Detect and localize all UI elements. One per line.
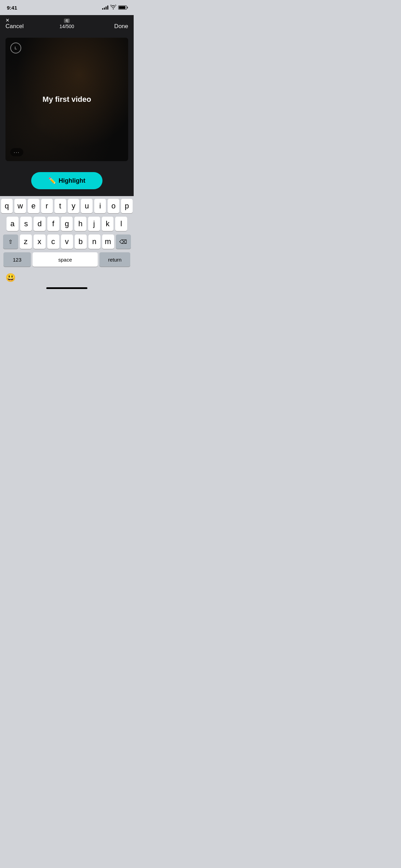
- key-z[interactable]: z: [20, 234, 32, 249]
- status-icons: [102, 5, 127, 10]
- count-badge: 4|: [64, 19, 70, 23]
- key-g[interactable]: g: [61, 217, 73, 231]
- key-c[interactable]: c: [47, 234, 59, 249]
- keyboard-row-2: a s d f g h j k l: [1, 217, 133, 231]
- key-m[interactable]: m: [102, 234, 114, 249]
- highlight-label: Highlight: [59, 177, 85, 184]
- wifi-icon: [110, 5, 116, 10]
- cancel-x-icon: ✕: [5, 17, 10, 23]
- done-label: Done: [114, 23, 128, 30]
- status-time: 9:41: [7, 5, 17, 11]
- nav-bar: ✕ Cancel 4| 14/500 Next Done: [0, 15, 134, 32]
- key-o[interactable]: o: [108, 199, 119, 213]
- status-bar: 9:41: [0, 0, 134, 15]
- highlight-button[interactable]: ✏️ Highlight: [31, 172, 102, 189]
- highlight-pen-icon: ✏️: [48, 177, 56, 184]
- key-t[interactable]: t: [54, 199, 66, 213]
- key-q[interactable]: q: [1, 199, 13, 213]
- keyboard-row-1: q w e r t y u i o p: [1, 199, 133, 213]
- key-e[interactable]: e: [28, 199, 39, 213]
- backspace-key[interactable]: ⌫: [116, 234, 131, 249]
- signal-icon: [102, 5, 108, 10]
- video-title: My first video: [42, 95, 91, 104]
- key-x[interactable]: x: [34, 234, 46, 249]
- video-container: L My first video ···: [0, 32, 134, 167]
- video-dots-menu[interactable]: ···: [10, 148, 23, 156]
- key-n[interactable]: n: [88, 234, 100, 249]
- key-w[interactable]: w: [14, 199, 26, 213]
- highlight-section: ✏️ Highlight: [0, 167, 134, 196]
- key-k[interactable]: k: [102, 217, 114, 231]
- video-frame[interactable]: L My first video ···: [5, 38, 128, 161]
- key-p[interactable]: p: [121, 199, 133, 213]
- cancel-label: Cancel: [5, 23, 24, 30]
- key-h[interactable]: h: [74, 217, 86, 231]
- keyboard-row-3: ⇧ z x c v b n m ⌫: [1, 234, 133, 249]
- return-key[interactable]: return: [99, 252, 130, 267]
- home-bar: [46, 287, 87, 289]
- numbers-key[interactable]: 123: [3, 252, 31, 267]
- key-y[interactable]: y: [68, 199, 80, 213]
- home-indicator: [0, 285, 134, 292]
- nav-center: 4| 14/500: [60, 19, 74, 29]
- key-i[interactable]: i: [94, 199, 106, 213]
- cancel-button[interactable]: ✕ Cancel: [5, 17, 24, 30]
- key-a[interactable]: a: [7, 217, 19, 231]
- char-counter: 14/500: [60, 24, 74, 29]
- key-u[interactable]: u: [81, 199, 93, 213]
- key-l[interactable]: l: [115, 217, 127, 231]
- key-f[interactable]: f: [47, 217, 59, 231]
- video-label-icon: L: [10, 43, 21, 53]
- keyboard: q w e r t y u i o p a s d f g h j k l ⇧ …: [0, 196, 134, 267]
- key-d[interactable]: d: [34, 217, 46, 231]
- battery-icon: [118, 5, 127, 10]
- space-key[interactable]: space: [33, 252, 98, 267]
- keyboard-row-4: 123 space return: [1, 252, 133, 267]
- keyboard-bottom: 😃: [0, 270, 134, 285]
- key-r[interactable]: r: [41, 199, 53, 213]
- key-b[interactable]: b: [75, 234, 87, 249]
- emoji-button[interactable]: 😃: [5, 273, 16, 282]
- key-j[interactable]: j: [88, 217, 100, 231]
- shift-key[interactable]: ⇧: [3, 234, 18, 249]
- key-v[interactable]: v: [61, 234, 73, 249]
- done-button[interactable]: Next Done: [114, 17, 128, 30]
- key-s[interactable]: s: [20, 217, 32, 231]
